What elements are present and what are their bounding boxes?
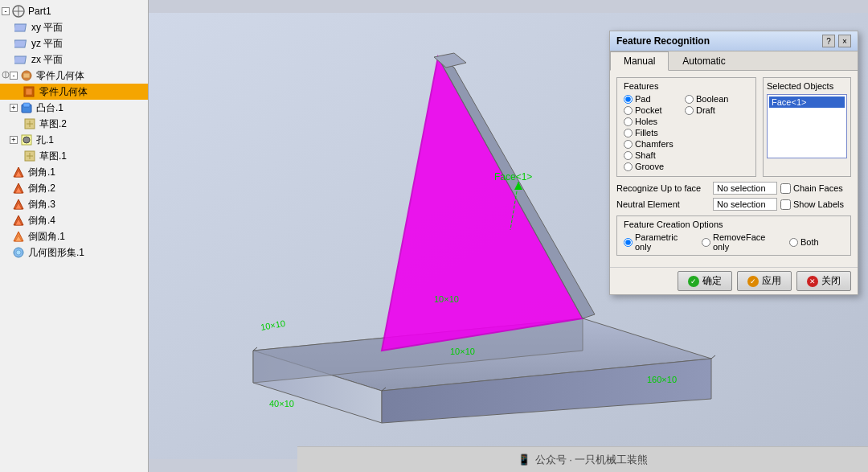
radio-label-fillets: Fillets [635, 128, 658, 137]
radio-chamfers[interactable]: Chamfers [624, 139, 678, 149]
radio-groove[interactable]: Groove [624, 162, 678, 171]
features-group: Features Pad Boolean [616, 77, 756, 177]
chamfer-icon-2 [11, 181, 26, 195]
dialog-content: Features Pad Boolean [610, 71, 858, 267]
hole-icon [19, 133, 34, 147]
tree-item-hole1[interactable]: + 孔.1 [0, 132, 148, 148]
selected-objects-list[interactable]: Face<1> [767, 94, 847, 158]
option-removeface[interactable]: RemoveFace only [702, 232, 783, 252]
tree-label-sketch1: 草图.1 [39, 150, 67, 163]
close-dialog-button[interactable]: ✕ 关闭 [796, 271, 851, 291]
tree-item-chamfer4[interactable]: 倒角.4 [0, 212, 148, 228]
ok-button[interactable]: ✓ 确定 [678, 271, 732, 291]
radio-label-pad: Pad [635, 94, 651, 104]
show-labels-label[interactable]: Show Labels [780, 199, 844, 210]
chamfer-icon-1 [11, 165, 26, 179]
feature-row-pad-boolean: Pad Boolean [624, 94, 749, 104]
feature-row-chamfers: Chamfers [624, 139, 749, 149]
radio-input-fillets[interactable] [624, 129, 633, 137]
radio-pocket[interactable]: Pocket [624, 105, 678, 115]
expand-btn-hole1[interactable]: + [10, 136, 18, 144]
option-both-label: Both [800, 237, 819, 247]
chain-faces-label[interactable]: Chain Faces [780, 183, 843, 194]
option-both-radio[interactable] [789, 238, 798, 247]
expand-btn-root[interactable]: - [2, 7, 10, 15]
radio-label-boolean: Boolean [696, 94, 728, 104]
option-removeface-label: RemoveFace only [713, 232, 783, 252]
tree-item-sketch1[interactable]: 草图.1 [0, 148, 148, 164]
recognize-up-to-face-field[interactable]: No selection [713, 182, 777, 195]
radio-boolean[interactable]: Boolean [685, 94, 739, 104]
tree-item-chamfer1[interactable]: 倒角.1 [0, 164, 148, 180]
option-removeface-radio[interactable] [702, 238, 710, 247]
svg-point-18 [23, 137, 30, 143]
dialog-help-button[interactable]: ? [822, 35, 835, 47]
neutral-element-field[interactable]: No selection [713, 198, 777, 211]
tree-item-fillet1[interactable]: 倒圆角.1 [0, 228, 148, 244]
plane-icon-yz [14, 36, 29, 51]
radio-label-groove: Groove [635, 162, 664, 171]
radio-input-draft[interactable] [685, 106, 694, 115]
chain-faces-checkbox[interactable] [780, 183, 791, 194]
expand-btn-geom[interactable]: - [10, 72, 18, 80]
radio-label-holes: Holes [635, 117, 657, 126]
tree-item-sketch2[interactable]: 草图.2 [0, 116, 148, 132]
neutral-element-label: Neutral Element [616, 199, 713, 209]
selected-objects-group: Selected Objects Face<1> [763, 77, 851, 177]
radio-fillets[interactable]: Fillets [624, 128, 678, 137]
tree-label-xy: xy 平面 [31, 21, 63, 35]
watermark-icon: 📱 [518, 454, 530, 466]
radio-holes[interactable]: Holes [624, 117, 678, 126]
radio-input-shaft[interactable] [624, 151, 633, 160]
tab-automatic[interactable]: Automatic [669, 51, 739, 71]
tree-item-chamfer3[interactable]: 倒角.3 [0, 196, 148, 212]
apply-button[interactable]: ✓ 应用 [737, 271, 792, 291]
radio-input-pad[interactable] [624, 95, 633, 104]
radio-input-holes[interactable] [624, 117, 633, 126]
show-labels-checkbox[interactable] [780, 199, 791, 210]
show-labels-text: Show Labels [793, 199, 844, 209]
option-both[interactable]: Both [789, 237, 844, 247]
radio-input-boolean[interactable] [685, 95, 694, 104]
expand-btn-boss1[interactable]: + [10, 104, 18, 112]
tree-item-yz[interactable]: yz 平面 [0, 35, 148, 51]
radio-label-pocket: Pocket [635, 105, 662, 115]
feature-row-groove: Groove [624, 162, 749, 171]
dialog-tabs: Manual Automatic [610, 51, 858, 71]
tab-manual[interactable]: Manual [610, 51, 669, 71]
tree-label-hole1: 孔.1 [36, 133, 54, 147]
creation-options-row: Parametric only RemoveFace only Both [624, 232, 844, 252]
feature-recognition-dialog: Feature Recognition ? × Manual Automatic… [609, 31, 858, 295]
apply-icon: ✓ [747, 276, 759, 287]
dialog-close-button[interactable]: × [838, 35, 851, 47]
tree-item-chamfer2[interactable]: 倒角.2 [0, 180, 148, 196]
radio-pad[interactable]: Pad [624, 94, 678, 104]
tree-label-geomset1: 几何图形集.1 [28, 246, 84, 260]
tree-item-geomset1[interactable]: 几何图形集.1 [0, 244, 148, 261]
svg-rect-3 [14, 24, 26, 31]
tree-item-geombody[interactable]: 零件几何体 [0, 84, 148, 100]
tree-item-geom[interactable]: - 零件几何体 [0, 68, 148, 84]
dialog-main-section: Features Pad Boolean [616, 77, 851, 177]
radio-shaft[interactable]: Shaft [624, 150, 678, 160]
fillet-icon [11, 229, 26, 244]
part-icon [11, 4, 26, 18]
feature-row-shaft: Shaft [624, 150, 749, 160]
option-parametric[interactable]: Parametric only [624, 232, 695, 252]
radio-label-draft: Draft [696, 105, 715, 115]
radio-draft[interactable]: Draft [685, 105, 739, 115]
tree-label-sketch2: 草图.2 [39, 117, 67, 131]
radio-input-groove[interactable] [624, 162, 633, 171]
geom-icon [19, 68, 34, 83]
connector-geom [2, 70, 10, 81]
svg-text:Face<1>: Face<1> [494, 171, 532, 183]
tree-item-xy[interactable]: xy 平面 [0, 19, 148, 35]
radio-input-chamfers[interactable] [624, 140, 633, 149]
radio-input-pocket[interactable] [624, 106, 633, 115]
tree-item-root[interactable]: - Part1 [0, 3, 148, 19]
tree-label-chamfer1: 倒角.1 [28, 166, 55, 179]
option-parametric-radio[interactable] [624, 238, 633, 247]
viewport[interactable]: Face<1> 10×10 10×10 10×10 40×10 160×10 📱… [149, 0, 868, 472]
tree-item-zx[interactable]: zx 平面 [0, 51, 148, 68]
tree-item-boss1[interactable]: + 凸台.1 [0, 100, 148, 116]
